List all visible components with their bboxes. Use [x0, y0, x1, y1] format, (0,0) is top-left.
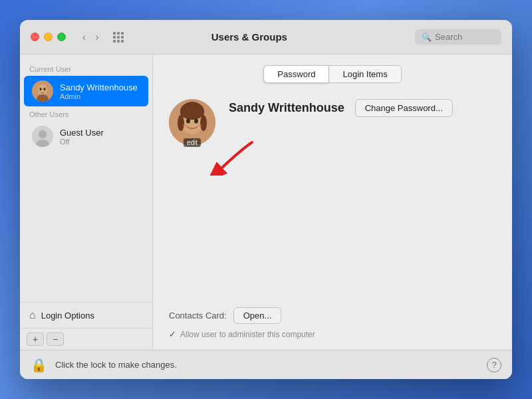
- allow-admin-row: ✓ Allow user to administer this computer: [169, 329, 496, 339]
- sidebar-item-guest[interactable]: Guest User Off: [24, 121, 148, 152]
- current-user-label: Current User: [20, 61, 152, 76]
- guest-name: Guest User: [60, 128, 104, 138]
- sidebar-add-remove-row: + −: [20, 328, 152, 350]
- checkmark-icon: ✓: [169, 329, 176, 339]
- lock-icon[interactable]: 🔒: [31, 357, 47, 373]
- svg-point-11: [180, 102, 204, 120]
- avatar-container: edit: [169, 99, 215, 146]
- search-input[interactable]: [435, 32, 495, 42]
- maximize-button[interactable]: [57, 33, 66, 41]
- avatar-edit-label: edit: [184, 138, 201, 147]
- remove-user-button[interactable]: −: [47, 332, 64, 346]
- search-icon: 🔍: [422, 33, 432, 42]
- search-box[interactable]: 🔍: [415, 29, 501, 45]
- guest-info: Guest User Off: [60, 128, 104, 146]
- svg-point-15: [194, 119, 198, 124]
- profile-details: Sandy Writtenhouse Change Password...: [229, 99, 496, 117]
- titlebar: ‹ › Users & Groups 🔍: [20, 20, 512, 55]
- sandy-name: Sandy Writtenhouse: [60, 82, 138, 92]
- guest-role: Off: [60, 138, 104, 146]
- avatar-guest: [32, 126, 53, 147]
- svg-point-13: [200, 115, 207, 131]
- sidebar: Current User Sandy Writtenhouse Admin: [20, 55, 153, 350]
- close-button[interactable]: [31, 33, 39, 41]
- profile-area: edit Sandy Wr: [169, 99, 496, 146]
- window-title: Users & Groups: [92, 31, 407, 43]
- profile-name: Sandy Writtenhouse: [229, 101, 344, 115]
- svg-point-6: [39, 130, 47, 138]
- help-button[interactable]: ?: [487, 358, 501, 372]
- tab-password[interactable]: Password: [263, 65, 329, 83]
- bottom-bar: 🔒 Click the lock to make changes. ?: [20, 350, 512, 379]
- add-user-button[interactable]: +: [27, 332, 44, 346]
- preferences-window: ‹ › Users & Groups 🔍 Current User: [20, 20, 512, 379]
- profile-name-row: Sandy Writtenhouse Change Password...: [229, 99, 496, 117]
- tabs-row: Password Login Items: [169, 65, 496, 83]
- contacts-card-label: Contacts Card:: [169, 311, 227, 321]
- change-password-button[interactable]: Change Password...: [355, 99, 453, 117]
- svg-point-16: [182, 124, 188, 128]
- svg-point-4: [44, 88, 46, 90]
- lock-status-text: Click the lock to make changes.: [55, 360, 479, 370]
- avatar-sandy: [32, 80, 53, 102]
- main-panel: Password Login Items: [153, 55, 512, 350]
- svg-point-1: [38, 84, 47, 95]
- sandy-role: Admin: [60, 92, 138, 100]
- traffic-lights: [31, 33, 66, 41]
- other-users-label: Other Users: [20, 106, 152, 121]
- house-icon: ⌂: [29, 309, 36, 321]
- svg-point-3: [40, 88, 42, 90]
- sidebar-item-sandy[interactable]: Sandy Writtenhouse Admin: [24, 76, 148, 106]
- back-button[interactable]: ‹: [79, 31, 89, 44]
- sandy-info: Sandy Writtenhouse Admin: [60, 82, 138, 100]
- login-options-label: Login Options: [41, 311, 94, 321]
- contacts-card-row: Contacts Card: Open...: [169, 297, 496, 324]
- tab-login-items[interactable]: Login Items: [329, 65, 401, 83]
- content-area: Current User Sandy Writtenhouse Admin: [20, 55, 512, 350]
- allow-admin-text: Allow user to administer this computer: [180, 330, 315, 339]
- login-options-row[interactable]: ⌂ Login Options: [20, 302, 152, 328]
- minimize-button[interactable]: [44, 33, 53, 41]
- svg-point-14: [186, 119, 190, 124]
- svg-point-12: [178, 115, 184, 131]
- main-spacer: [169, 159, 496, 297]
- open-contacts-button[interactable]: Open...: [233, 307, 282, 324]
- svg-point-17: [197, 124, 202, 128]
